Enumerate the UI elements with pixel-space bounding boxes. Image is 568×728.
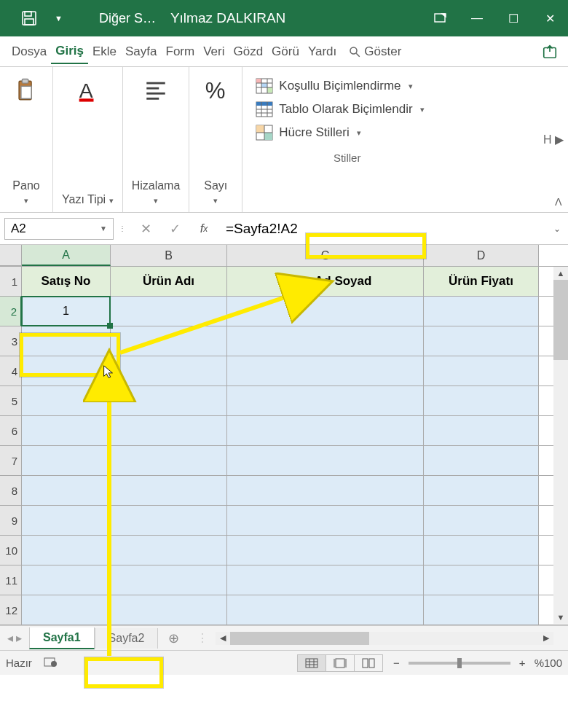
cell-B2[interactable]	[111, 297, 227, 326]
cell-A7[interactable]	[22, 446, 111, 475]
cell-D6[interactable]	[424, 416, 539, 445]
row-header-9[interactable]: 9	[0, 506, 22, 536]
row-header-8[interactable]: 8	[0, 476, 22, 506]
row-header-4[interactable]: 4	[0, 356, 22, 386]
cell-D7[interactable]	[424, 446, 539, 475]
row-header-12[interactable]: 12	[0, 595, 22, 625]
cell-C2[interactable]	[227, 297, 424, 326]
page-break-view-button[interactable]	[354, 654, 383, 672]
tab-gozd[interactable]: Gözd	[229, 40, 267, 63]
sheet-tab-sayfa2[interactable]: Sayfa2	[95, 628, 159, 649]
fx-button[interactable]: fx	[189, 222, 218, 236]
cell-A10[interactable]	[22, 536, 111, 565]
cell-C9[interactable]	[227, 506, 424, 535]
cell-B9[interactable]	[111, 506, 227, 535]
scroll-thumb[interactable]	[553, 280, 568, 360]
sheet-nav-next[interactable]: ▸	[16, 631, 22, 645]
name-box[interactable]: A2 ▼	[4, 218, 114, 240]
cell-A1[interactable]: Satış No	[22, 267, 111, 296]
cell-A11[interactable]	[22, 565, 111, 595]
cell-A12[interactable]	[22, 595, 111, 625]
select-all-corner[interactable]	[0, 245, 22, 266]
cell-styles-button[interactable]: Hücre Stilleri▾	[254, 121, 527, 144]
cell-A4[interactable]	[22, 356, 111, 385]
cell-B6[interactable]	[111, 416, 227, 445]
cell-A9[interactable]	[22, 506, 111, 535]
tab-dosya[interactable]: Dosya	[7, 40, 51, 63]
cell-A3[interactable]	[22, 326, 111, 356]
cell-C8[interactable]	[227, 476, 424, 505]
cell-B12[interactable]	[111, 595, 227, 625]
zoom-out-button[interactable]: −	[393, 657, 400, 669]
cell-C7[interactable]	[227, 446, 424, 475]
cancel-formula-button[interactable]: ✕	[131, 218, 160, 240]
hscroll-thumb[interactable]	[230, 632, 369, 645]
tab-sayfa[interactable]: Sayfa	[121, 40, 161, 63]
paste-button[interactable]	[9, 73, 44, 108]
zoom-percentage[interactable]: %100	[535, 657, 562, 669]
add-sheet-button[interactable]: ⊕	[158, 630, 189, 646]
formula-input[interactable]: =Sayfa2!A2	[218, 218, 546, 240]
name-box-dropdown-icon[interactable]: ▼	[100, 224, 107, 232]
cell-D1[interactable]: Ürün Fiyatı	[424, 267, 539, 296]
cell-area[interactable]: Satış No Ürün Adı Satıcı Ad Soyad Ürün F…	[22, 267, 568, 625]
cell-C12[interactable]	[227, 595, 424, 625]
row-header-2[interactable]: 2	[0, 297, 22, 326]
conditional-formatting-button[interactable]: Koşullu Biçimlendirme▾	[254, 74, 527, 98]
col-header-D[interactable]: D	[424, 245, 539, 266]
collapse-ribbon-button[interactable]: ᐱ	[555, 196, 562, 208]
cell-B3[interactable]	[111, 326, 227, 356]
col-header-A[interactable]: A	[22, 245, 111, 266]
tab-yardi[interactable]: Yardı	[304, 40, 341, 63]
cell-C10[interactable]	[227, 536, 424, 565]
share-button[interactable]	[539, 41, 561, 63]
cell-D12[interactable]	[424, 595, 539, 625]
page-layout-view-button[interactable]	[326, 654, 355, 672]
cell-C11[interactable]	[227, 565, 424, 595]
cell-D9[interactable]	[424, 506, 539, 535]
cell-D8[interactable]	[424, 476, 539, 505]
cell-B1[interactable]: Ürün Adı	[111, 267, 227, 296]
scroll-down-icon[interactable]: ▼	[553, 611, 568, 624]
number-button[interactable]: %	[198, 73, 233, 108]
scroll-left-icon[interactable]: ◀	[216, 633, 230, 643]
row-header-1[interactable]: 1	[0, 267, 22, 297]
macro-record-icon[interactable]	[44, 656, 58, 670]
qat-dropdown-icon[interactable]: ▼	[55, 14, 63, 23]
horizontal-scrollbar[interactable]: ◀ ▶	[216, 632, 553, 645]
cell-B5[interactable]	[111, 386, 227, 415]
format-as-table-button[interactable]: Tablo Olarak Biçimlendir▾	[254, 98, 527, 121]
cell-C6[interactable]	[227, 416, 424, 445]
cell-A8[interactable]	[22, 476, 111, 505]
font-button[interactable]: A	[70, 73, 105, 108]
expand-formula-bar-button[interactable]: ⌄	[553, 224, 568, 234]
close-button[interactable]: ✕	[532, 0, 568, 36]
cell-A5[interactable]	[22, 386, 111, 415]
row-header-10[interactable]: 10	[0, 536, 22, 565]
cell-C3[interactable]	[227, 326, 424, 356]
vertical-scrollbar[interactable]: ▲ ▼	[553, 267, 568, 624]
sheet-nav-prev[interactable]: ◂	[7, 631, 13, 645]
save-icon[interactable]	[15, 4, 44, 33]
scroll-up-icon[interactable]: ▲	[553, 267, 568, 280]
zoom-in-button[interactable]: +	[519, 657, 526, 669]
fill-handle[interactable]	[107, 323, 113, 329]
cell-D11[interactable]	[424, 565, 539, 595]
minimize-button[interactable]: —	[459, 0, 495, 36]
cell-D4[interactable]	[424, 356, 539, 385]
cell-B11[interactable]	[111, 565, 227, 595]
tab-giris[interactable]: Giriş	[51, 39, 88, 64]
cell-D2[interactable]	[424, 297, 539, 326]
cell-B4[interactable]	[111, 356, 227, 385]
zoom-slider[interactable]	[409, 662, 510, 665]
tell-me-search[interactable]: Göster	[348, 44, 401, 59]
cell-B10[interactable]	[111, 536, 227, 565]
cell-D10[interactable]	[424, 536, 539, 565]
tab-ekle[interactable]: Ekle	[88, 40, 121, 63]
row-header-7[interactable]: 7	[0, 446, 22, 476]
row-header-3[interactable]: 3	[0, 326, 22, 356]
col-header-B[interactable]: B	[111, 245, 227, 266]
ribbon-overflow[interactable]: H ▶	[539, 67, 568, 212]
cell-B7[interactable]	[111, 446, 227, 475]
enter-formula-button[interactable]: ✓	[160, 218, 189, 240]
